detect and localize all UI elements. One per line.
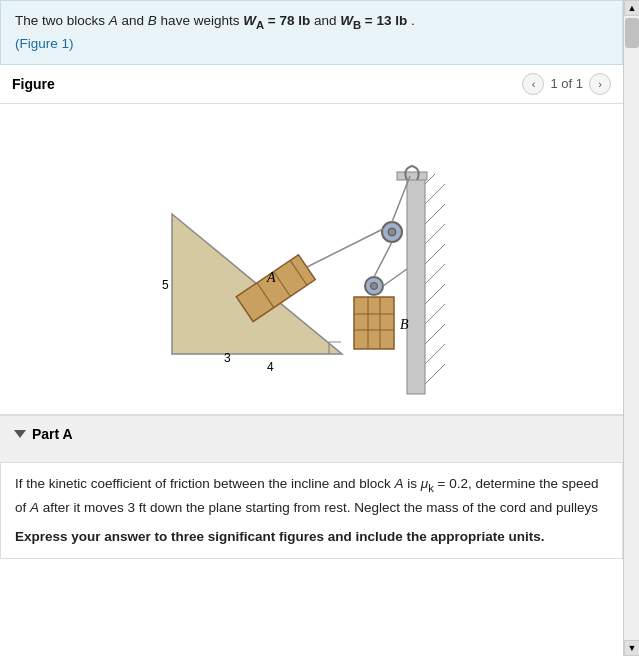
figure-counter: 1 of 1 bbox=[550, 76, 583, 91]
part-a-section: Part A bbox=[0, 415, 623, 462]
main-content: The two blocks A and B have weights WA =… bbox=[0, 0, 623, 656]
diagram-svg: A B 5 4 3 bbox=[112, 114, 512, 404]
side-3-label: 3 bbox=[224, 351, 231, 365]
svg-line-6 bbox=[425, 284, 445, 304]
block-b bbox=[354, 297, 394, 349]
scroll-up-arrow[interactable]: ▲ bbox=[624, 0, 639, 16]
scroll-down-arrow[interactable]: ▼ bbox=[624, 640, 639, 656]
figure-header: Figure ‹ 1 of 1 › bbox=[0, 65, 623, 104]
svg-line-10 bbox=[425, 364, 445, 384]
prev-button[interactable]: ‹ bbox=[522, 73, 544, 95]
side-4-label: 4 bbox=[267, 360, 274, 374]
svg-line-5 bbox=[425, 264, 445, 284]
svg-point-11 bbox=[388, 228, 396, 236]
figure-nav: ‹ 1 of 1 › bbox=[522, 73, 611, 95]
figure-diagram: A B 5 4 3 bbox=[0, 104, 623, 414]
part-a-header: Part A bbox=[14, 426, 609, 442]
collapse-icon[interactable] bbox=[14, 430, 26, 438]
svg-line-7 bbox=[425, 304, 445, 324]
string-to-block-a bbox=[297, 229, 383, 272]
figure-section: Figure ‹ 1 of 1 › bbox=[0, 65, 623, 415]
part-a-description: If the kinetic coefficient of friction b… bbox=[15, 473, 608, 518]
wall bbox=[407, 174, 425, 394]
svg-point-12 bbox=[370, 282, 377, 289]
block-b-label: B bbox=[400, 317, 409, 332]
part-a-instruction: Express your answer to three significant… bbox=[15, 526, 608, 548]
string-pulley-wall bbox=[383, 269, 407, 286]
problem-text: The two blocks A and B have weights WA =… bbox=[15, 13, 415, 51]
svg-line-2 bbox=[425, 204, 445, 224]
svg-line-4 bbox=[425, 244, 445, 264]
next-button[interactable]: › bbox=[589, 73, 611, 95]
part-a-label: Part A bbox=[32, 426, 73, 442]
svg-line-9 bbox=[425, 344, 445, 364]
side-5-label: 5 bbox=[162, 278, 169, 292]
figure-link[interactable]: (Figure 1) bbox=[15, 36, 74, 51]
string-upper-lower-pulley bbox=[374, 242, 392, 277]
scrollbar-thumb[interactable] bbox=[625, 18, 639, 48]
scrollbar[interactable]: ▲ ▼ bbox=[623, 0, 639, 656]
ceiling bbox=[397, 172, 427, 180]
svg-line-8 bbox=[425, 324, 445, 344]
part-a-body: If the kinetic coefficient of friction b… bbox=[0, 462, 623, 559]
svg-line-3 bbox=[425, 224, 445, 244]
figure-title: Figure bbox=[12, 76, 55, 92]
block-a-label: A bbox=[266, 270, 276, 285]
problem-statement: The two blocks A and B have weights WA =… bbox=[0, 0, 623, 65]
svg-line-1 bbox=[425, 184, 445, 204]
